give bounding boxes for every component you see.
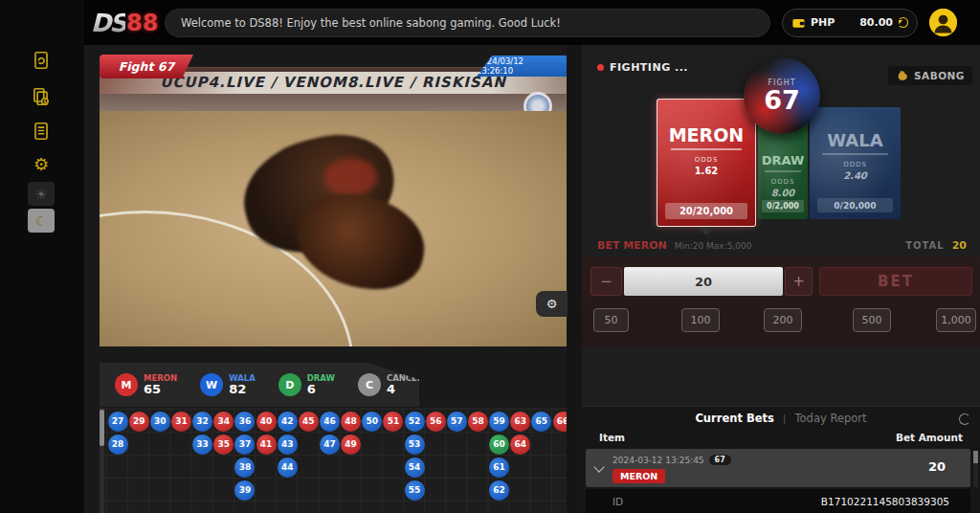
- quick-chip-100[interactable]: 100: [681, 308, 720, 332]
- chevron-down-icon: [593, 461, 604, 472]
- result-ball-41: 41: [256, 435, 277, 455]
- meron-circle: M: [115, 373, 138, 396]
- result-ball-43: 43: [278, 435, 298, 455]
- ds88-sabong-app: $ ⚙ ☀ ☾ DS 88 Welcome to DS88! Enjoy the…: [0, 0, 980, 513]
- bet-time-text: 2024-03-12 13:25:45: [612, 456, 704, 465]
- odds-label: ODDS: [843, 161, 867, 168]
- bet-row[interactable]: 2024-03-12 13:25:45 67 MERON 20: [586, 449, 970, 487]
- stat-count: 65: [144, 383, 177, 396]
- result-ball-44: 44: [278, 457, 298, 478]
- ds88-logo[interactable]: DS 88: [84, 9, 165, 37]
- bet-amount-input[interactable]: 20: [624, 267, 783, 296]
- dark-mode-icon[interactable]: ☾: [28, 209, 55, 233]
- panel-divider: [567, 45, 582, 513]
- odds-label: ODDS: [695, 156, 719, 164]
- currency-label: PHP: [811, 16, 835, 29]
- logo-88-text: 88: [126, 10, 158, 36]
- stat-cancel: C CANCEL 4: [358, 373, 422, 396]
- place-bet-button[interactable]: BET: [819, 267, 972, 296]
- user-avatar-button[interactable]: [929, 9, 957, 36]
- video-settings-button[interactable]: ⚙: [536, 291, 568, 317]
- result-ball-51: 51: [383, 412, 403, 432]
- quick-chip-1000[interactable]: 1,000: [936, 308, 976, 332]
- card-title: MERON: [669, 124, 745, 145]
- odds-value: 8.00: [771, 188, 795, 198]
- tab-current-bets[interactable]: Current Bets: [695, 412, 773, 425]
- fight-number-badge: Fight 67: [100, 55, 193, 78]
- col-bet-amount: Bet Amount: [896, 432, 963, 443]
- bet-side-badge: MERON: [612, 469, 665, 483]
- bet-card-meron[interactable]: MERON ODDS 1.62 20/20,000: [657, 99, 756, 227]
- quick-chip-500[interactable]: 500: [853, 308, 891, 332]
- result-ball-30: 30: [150, 412, 170, 432]
- grid-scrollbar[interactable]: [100, 408, 104, 513]
- welcome-marquee: Welcome to DS88! Enjoy the best online s…: [165, 9, 770, 37]
- col-item: Item: [599, 432, 625, 443]
- result-ball-62: 62: [489, 480, 509, 501]
- pool-amount: 0/2,000: [762, 200, 804, 212]
- total-value: 20: [952, 239, 967, 252]
- bet-info-line: BET MERON Min:20 Max:5,000 TOTAL 20: [597, 239, 967, 252]
- settings-gear-icon[interactable]: ⚙: [27, 151, 56, 176]
- result-ball-54: 54: [405, 457, 425, 478]
- provider-badge: SABONG: [888, 66, 972, 85]
- bets-table-header: Item Bet Amount: [582, 432, 980, 443]
- result-ball-35: 35: [213, 435, 234, 455]
- report-money-icon[interactable]: $: [27, 84, 56, 109]
- logo-ds-text: DS: [91, 9, 125, 37]
- stream-timestamp-badge: 2024/03/12 13:26:10: [477, 56, 567, 77]
- result-ball-33: 33: [192, 435, 212, 455]
- result-ball-29: 29: [129, 412, 149, 432]
- status-text: FIGHTING ...: [610, 61, 688, 74]
- wallet-pill[interactable]: PHP 80.00: [782, 9, 918, 37]
- gear-icon: ⚙: [546, 297, 558, 311]
- refresh-balance-icon[interactable]: [898, 17, 908, 28]
- top-bar: DS 88 Welcome to DS88! Enjoy the best on…: [84, 0, 980, 45]
- result-ball-60: 60: [489, 435, 509, 455]
- quick-chip-50[interactable]: 50: [593, 308, 629, 332]
- result-ball-47: 47: [320, 435, 340, 455]
- result-ball-40: 40: [256, 412, 277, 432]
- result-ball-34: 34: [213, 412, 234, 432]
- live-dot-icon: [597, 64, 604, 71]
- bets-scrollbar[interactable]: [973, 451, 978, 487]
- fight-status: FIGHTING ...: [597, 61, 688, 74]
- card-title: WALA: [827, 130, 882, 150]
- bet-amount-value: 20: [928, 459, 946, 474]
- results-number-grid: 2729303132343640424546485051525657585963…: [107, 410, 567, 502]
- result-ball-58: 58: [468, 412, 488, 432]
- increase-bet-button[interactable]: +: [785, 267, 813, 296]
- odds-value: 1.62: [695, 166, 719, 176]
- result-ball-63: 63: [510, 412, 530, 432]
- result-ball-49: 49: [341, 435, 361, 455]
- card-divider: [671, 148, 741, 150]
- bet-card-wala[interactable]: WALA ODDS 2.40 0/20,000: [810, 107, 901, 219]
- selected-card-pointer: [698, 227, 715, 235]
- current-bets-panel: Current Bets | Today Report Item Bet Amo…: [582, 406, 980, 513]
- tab-today-report[interactable]: Today Report: [795, 412, 867, 425]
- result-ball-45: 45: [299, 412, 319, 432]
- live-video-player[interactable]: UCUP4.LIVE / VENOM8.LIVE / RISKISAN: [100, 67, 567, 346]
- result-ball-65: 65: [531, 412, 551, 432]
- refresh-bets-icon[interactable]: [959, 413, 970, 425]
- result-ball-52: 52: [405, 412, 425, 432]
- decrease-bet-button[interactable]: −: [590, 267, 622, 296]
- result-ball-48: 48: [341, 412, 361, 432]
- bet-controls: − 20 + BET 50 100 200 500 1,000: [582, 256, 980, 346]
- bets-scrollbar-thumb[interactable]: [973, 451, 978, 463]
- left-sidebar: $ ⚙ ☀ ☾: [0, 0, 84, 513]
- bet-history-icon[interactable]: [27, 48, 56, 73]
- records-list-icon[interactable]: [27, 119, 56, 144]
- result-ball-27: 27: [108, 412, 128, 432]
- result-ball-37: 37: [234, 435, 255, 455]
- wallet-icon: [791, 16, 806, 30]
- result-ball-61: 61: [489, 457, 509, 478]
- result-ball-66: 66: [553, 412, 567, 432]
- light-mode-icon[interactable]: ☀: [28, 182, 55, 206]
- results-history-grid[interactable]: 2729303132343640424546485051525657585963…: [100, 408, 567, 513]
- grid-scrollbar-thumb[interactable]: [100, 410, 104, 446]
- result-ball-64: 64: [510, 435, 530, 455]
- fight-number-ball: FIGHT 67: [744, 57, 820, 134]
- quick-chip-200[interactable]: 200: [764, 308, 802, 332]
- bet-datetime: 2024-03-12 13:25:45 67: [612, 455, 731, 465]
